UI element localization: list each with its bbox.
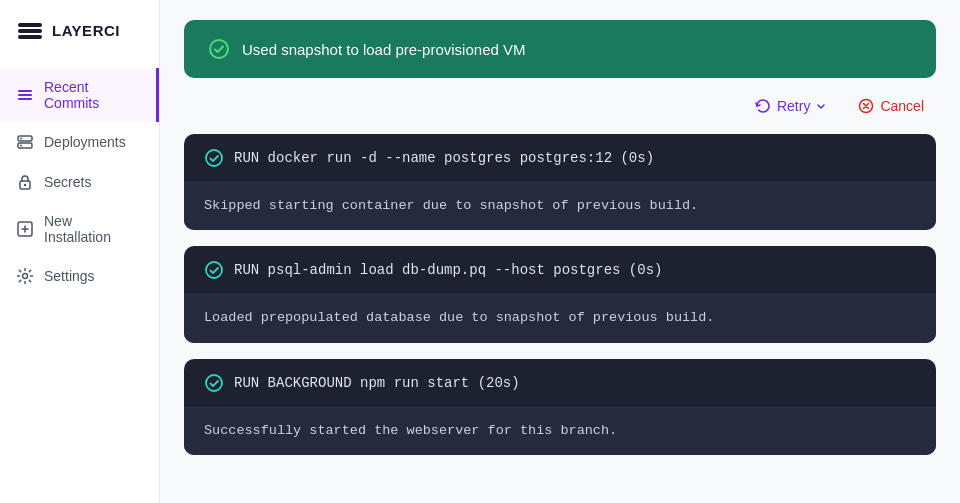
svg-point-11 [24,184,26,186]
cancel-button[interactable]: Cancel [850,94,932,118]
command-output: Successfully started the webserver for t… [184,407,936,455]
svg-point-16 [206,150,222,166]
success-banner-text: Used snapshot to load pre-provisioned VM [242,41,526,58]
success-check-icon [208,38,230,60]
command-output: Loaded prepopulated database due to snap… [184,294,936,342]
sidebar-item-secrets[interactable]: Secrets [0,162,159,202]
cancel-icon [858,98,874,114]
retry-button[interactable]: Retry [747,94,834,118]
lock-icon [16,173,34,191]
command-header: RUN BACKGROUND npm run start (20s) [184,359,936,407]
svg-rect-1 [18,29,42,33]
sidebar-item-new-installation-label: New Installation [44,213,140,245]
cancel-label: Cancel [880,98,924,114]
retry-icon [755,98,771,114]
svg-point-18 [206,375,222,391]
command-check-icon [204,148,224,168]
gear-icon [16,267,34,285]
output-text: Skipped starting container due to snapsh… [204,198,698,213]
success-banner: Used snapshot to load pre-provisioned VM [184,20,936,78]
sidebar-item-deployments[interactable]: Deployments [0,122,159,162]
main-content: Used snapshot to load pre-provisioned VM… [160,0,960,503]
command-check-icon [204,373,224,393]
svg-point-8 [20,138,22,140]
nav-menu: Recent Commits Deployments [0,64,159,300]
sidebar-item-recent-commits[interactable]: Recent Commits [0,68,159,122]
svg-rect-0 [18,23,42,27]
svg-rect-3 [18,90,32,92]
logo-area: LAYERCI [0,0,159,64]
sidebar-item-settings-label: Settings [44,268,95,284]
output-text: Successfully started the webserver for t… [204,423,617,438]
svg-point-17 [206,262,222,278]
command-output: Skipped starting container due to snapsh… [184,182,936,230]
command-header: RUN docker run -d --name postgres postgr… [184,134,936,182]
svg-point-14 [210,40,228,58]
command-header: RUN psql-admin load db-dump.pq --host po… [184,246,936,294]
deployments-icon [16,133,34,151]
svg-rect-2 [18,35,42,39]
command-text: RUN psql-admin load db-dump.pq --host po… [234,262,662,278]
command-block: RUN psql-admin load db-dump.pq --host po… [184,246,936,342]
layerci-logo-icon [16,16,44,44]
logo-text: LAYERCI [52,22,120,39]
sidebar-item-new-installation[interactable]: New Installation [0,202,159,256]
output-text: Loaded prepopulated database due to snap… [204,310,714,325]
action-bar: Retry Cancel [184,94,936,118]
sidebar: LAYERCI Recent Commits [0,0,160,503]
command-blocks: RUN docker run -d --name postgres postgr… [184,134,936,455]
sidebar-item-secrets-label: Secrets [44,174,91,190]
retry-label: Retry [777,98,810,114]
sidebar-item-deployments-label: Deployments [44,134,126,150]
command-block: RUN BACKGROUND npm run start (20s) Succe… [184,359,936,455]
menu-icon [16,86,34,104]
command-text: RUN BACKGROUND npm run start (20s) [234,375,520,391]
plus-square-icon [16,220,34,238]
svg-point-9 [20,145,22,147]
command-check-icon [204,260,224,280]
sidebar-item-settings[interactable]: Settings [0,256,159,296]
svg-rect-4 [18,94,32,96]
svg-rect-5 [18,98,32,100]
svg-point-13 [23,274,28,279]
sidebar-item-recent-commits-label: Recent Commits [44,79,140,111]
command-text: RUN docker run -d --name postgres postgr… [234,150,654,166]
retry-chevron-icon [816,101,826,111]
command-block: RUN docker run -d --name postgres postgr… [184,134,936,230]
